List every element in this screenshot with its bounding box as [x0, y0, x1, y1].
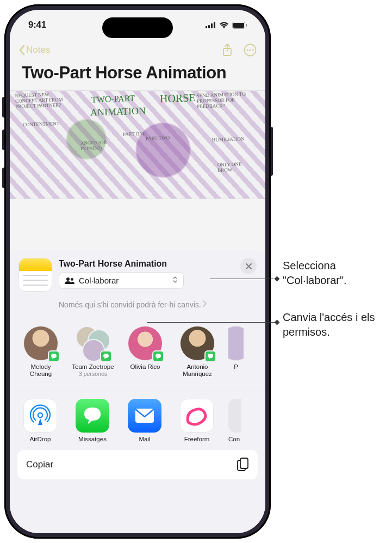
action-label: Copiar — [26, 459, 53, 470]
app-icon-generic — [228, 399, 241, 433]
airdrop-icon — [23, 399, 57, 433]
freeform-icon — [180, 399, 214, 433]
app-label: Freeform — [184, 436, 210, 442]
svg-rect-6 — [246, 24, 247, 27]
callout-line — [147, 322, 278, 323]
contact-name: Melody Cheung — [20, 363, 62, 378]
status-indicators — [206, 22, 247, 29]
updown-icon — [172, 275, 178, 286]
app-label: Mail — [139, 436, 150, 442]
svg-rect-0 — [206, 26, 207, 28]
app-label: Con — [228, 436, 240, 442]
contact-item[interactable]: P — [228, 326, 244, 378]
screen: 9:41 Notes Two-Part Horse Animation — [10, 10, 265, 533]
callout-perm: Canvia l'accés i els permisos. — [283, 310, 391, 340]
iphone-frame: 9:41 Notes Two-Part Horse Animation — [4, 4, 271, 539]
chevron-right-icon — [202, 299, 207, 310]
avatar — [228, 326, 244, 361]
app-label: AirDrop — [30, 436, 51, 442]
messages-badge-icon — [204, 350, 216, 362]
contact-name: Team Zoetrope — [72, 363, 114, 371]
notes-app-icon — [18, 258, 52, 292]
mail-icon — [128, 399, 161, 433]
battery-icon — [232, 22, 247, 29]
share-app-freeform[interactable]: Freeform — [176, 399, 217, 442]
contact-item[interactable]: Team Zoetrope 3 persones — [72, 326, 114, 378]
messages-badge-icon — [48, 350, 60, 362]
svg-point-13 — [71, 278, 73, 281]
share-apps-row[interactable]: AirDrop Missatges Mail — [10, 391, 265, 449]
people-icon — [65, 277, 74, 284]
svg-rect-3 — [214, 22, 215, 28]
svg-rect-2 — [211, 23, 213, 28]
callout-mode: Selecciona "Col·laborar". — [283, 258, 386, 288]
contact-subtitle: 3 persones — [79, 371, 107, 377]
share-sheet: Two-Part Horse Animation Col·laborar Nom… — [10, 250, 265, 533]
contact-item[interactable]: Antonio Manriquez — [176, 326, 219, 378]
contact-item[interactable]: Melody Cheung — [20, 326, 62, 378]
share-app-airdrop[interactable]: AirDrop — [20, 399, 61, 442]
share-app-item[interactable]: Con — [228, 399, 241, 442]
app-label: Missatges — [78, 436, 107, 442]
messages-badge-icon — [152, 350, 164, 362]
share-app-mail[interactable]: Mail — [124, 399, 165, 442]
permissions-text: Només qui s'hi convidi podrà fer-hi canv… — [59, 300, 201, 310]
share-app-messages[interactable]: Missatges — [72, 399, 113, 442]
status-time: 9:41 — [28, 20, 46, 30]
close-button[interactable] — [240, 258, 257, 274]
svg-rect-17 — [240, 458, 248, 468]
wifi-icon — [219, 22, 229, 28]
svg-rect-5 — [233, 23, 244, 28]
contact-name: Olivia Rico — [130, 363, 160, 371]
permissions-link[interactable]: Només qui s'hi convidi podrà fer-hi canv… — [10, 297, 265, 310]
share-sheet-title: Two-Part Horse Animation — [59, 259, 234, 269]
action-copy[interactable]: Copiar — [17, 450, 258, 479]
collaboration-mode-picker[interactable]: Col·laborar — [59, 272, 184, 289]
contact-name: P — [234, 363, 238, 371]
close-icon — [246, 263, 252, 269]
copy-icon — [237, 458, 249, 472]
cellular-icon — [206, 22, 216, 28]
mode-label: Col·laborar — [79, 276, 119, 285]
share-actions-list: Copiar — [17, 450, 258, 479]
contact-name: Antonio Manriquez — [176, 363, 219, 378]
share-contacts-row[interactable]: Melody Cheung Team Zoetrope 3 persones — [10, 318, 265, 383]
contact-item[interactable]: Olivia Rico — [124, 326, 166, 378]
messages-badge-icon — [100, 350, 112, 362]
svg-point-14 — [38, 413, 42, 417]
messages-icon — [76, 399, 109, 433]
dynamic-island — [102, 17, 173, 38]
svg-rect-1 — [208, 25, 210, 28]
svg-point-12 — [66, 277, 70, 281]
callout-line — [210, 279, 278, 279]
